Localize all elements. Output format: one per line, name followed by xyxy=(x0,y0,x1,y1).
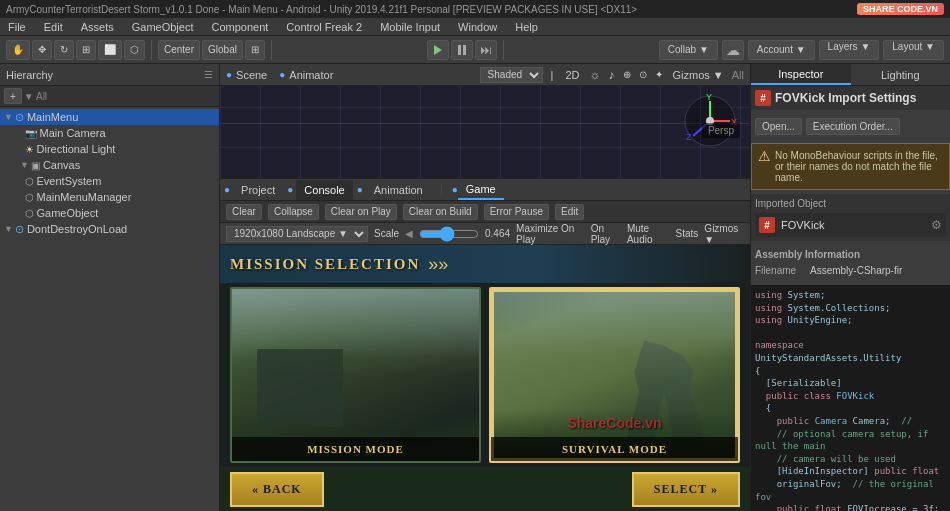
layout-btn[interactable]: Layout ▼ xyxy=(883,40,944,60)
hierarchy-all-label: ▼ All xyxy=(24,91,47,102)
cloud-btn[interactable]: ☁ xyxy=(722,40,744,60)
gizmos-btn[interactable]: Gizmos ▼ xyxy=(669,69,728,81)
eventsys-arrow xyxy=(20,176,23,186)
audio-toggle-icon[interactable]: ♪ xyxy=(609,68,615,82)
imported-object-row: # FOVKick ⚙ xyxy=(755,213,946,237)
maincam-arrow xyxy=(20,128,23,138)
assembly-filename-val: Assembly-CSharp-fir xyxy=(810,265,902,276)
menu-gameobject[interactable]: GameObject xyxy=(128,21,198,33)
custom-btn[interactable]: ⊞ xyxy=(245,40,265,60)
select-btn[interactable]: Select » xyxy=(632,472,740,507)
back-btn[interactable]: « Back xyxy=(230,472,324,507)
center-btn[interactable]: Center xyxy=(158,40,200,60)
layers-btn[interactable]: Layers ▼ xyxy=(819,40,880,60)
watermark-text: ShareCode.vn xyxy=(567,415,661,431)
code-line-7: [Serializable] xyxy=(755,377,946,390)
step-btn[interactable]: ⏭ xyxy=(475,40,497,60)
game-gizmos-btn[interactable]: Gizmos ▼ xyxy=(704,223,744,245)
hierarchy-item-maincamera[interactable]: 📷 Main Camera xyxy=(0,125,219,141)
shaded-select[interactable]: Shaded xyxy=(480,67,543,83)
menu-help[interactable]: Help xyxy=(511,21,542,33)
effects-toggle-icon[interactable]: ⊕ xyxy=(623,69,631,80)
hierarchy-item-eventsystem[interactable]: ⬡ EventSystem xyxy=(0,173,219,189)
mainmenu-arrow: ▼ xyxy=(4,112,13,122)
tab-animation[interactable]: Animation xyxy=(366,180,431,200)
fx-toggle-icon[interactable]: ✦ xyxy=(655,69,663,80)
light-toggle-icon[interactable]: ☼ xyxy=(590,68,601,82)
execution-order-btn[interactable]: Execution Order... xyxy=(806,118,900,135)
code-line-4 xyxy=(755,327,946,340)
menu-component[interactable]: Component xyxy=(207,21,272,33)
clear-btn[interactable]: Clear xyxy=(226,204,262,220)
clear-on-play-btn[interactable]: Clear on Play xyxy=(325,204,397,220)
hierarchy-panel-header[interactable]: Hierarchy ☰ xyxy=(0,64,219,86)
mmmanager-icon: ⬡ xyxy=(25,192,34,203)
mainmenu-scene-icon: ⊙ xyxy=(15,111,24,124)
tab-console[interactable]: Console xyxy=(296,180,352,200)
error-pause-btn[interactable]: Error Pause xyxy=(484,204,549,220)
console-dot-icon: ● xyxy=(287,184,293,195)
inspector-panel: Inspector Lighting # FOVKick Import Sett… xyxy=(750,64,950,511)
transform-tool-btn[interactable]: ⬡ xyxy=(124,40,145,60)
scale-value: 0.464 xyxy=(485,228,510,239)
card2-label: Survival Mode xyxy=(491,437,738,461)
hierarchy-item-gameobject[interactable]: ⬡ GameObject xyxy=(0,205,219,221)
scale-slider[interactable] xyxy=(419,226,479,242)
skybox-toggle-icon[interactable]: ⊙ xyxy=(639,69,647,80)
hierarchy-item-directionallight[interactable]: ☀ Directional Light xyxy=(0,141,219,157)
mission-arrows-right2: » xyxy=(438,254,448,275)
scene-tab[interactable]: Scene xyxy=(236,69,267,81)
collab-btn[interactable]: Collab ▼ xyxy=(659,40,718,60)
rotate-tool-btn[interactable]: ↻ xyxy=(54,40,74,60)
title-text: ArmyCounterTerroristDesert Storm_v1.0.1 … xyxy=(6,4,637,15)
hierarchy-item-mainmenu[interactable]: ▼ ⊙ MainMenu xyxy=(0,109,219,125)
mission-card-2[interactable]: Survival Mode ShareCode.vn xyxy=(489,287,740,463)
clear-on-build-btn[interactable]: Clear on Build xyxy=(403,204,478,220)
scale-tool-btn[interactable]: ⊞ xyxy=(76,40,96,60)
scene-view-area: X Y Z Persp xyxy=(220,86,750,178)
pause-btn[interactable] xyxy=(451,40,473,60)
hierarchy-add-btn[interactable]: + xyxy=(4,88,22,104)
mission-card-1[interactable]: Mission Mode xyxy=(230,287,481,463)
mission-cards: Mission Mode Survival Mode ShareCode. xyxy=(230,287,740,463)
menu-window[interactable]: Window xyxy=(454,21,501,33)
menu-file[interactable]: File xyxy=(4,21,30,33)
menu-mobile-input[interactable]: Mobile Input xyxy=(376,21,444,33)
move-tool-btn[interactable]: ✥ xyxy=(32,40,52,60)
2d-btn[interactable]: 2D xyxy=(561,69,583,81)
menu-assets[interactable]: Assets xyxy=(77,21,118,33)
open-btn[interactable]: Open... xyxy=(755,118,802,135)
collapse-btn[interactable]: Collapse xyxy=(268,204,319,220)
animation-dot-icon: ● xyxy=(357,184,363,195)
account-btn[interactable]: Account ▼ xyxy=(748,40,815,60)
mmmanager-label: MainMenuManager xyxy=(37,191,132,203)
inspector-tab[interactable]: Inspector xyxy=(751,64,851,85)
lighting-tab[interactable]: Lighting xyxy=(851,64,951,85)
sharecode-logo: SHARE CODE.VN xyxy=(857,3,944,15)
hierarchy-item-mainmenumanager[interactable]: ⬡ MainMenuManager xyxy=(0,189,219,205)
global-btn[interactable]: Global xyxy=(202,40,243,60)
resolution-select[interactable]: 1920x1080 Landscape ▼ xyxy=(226,226,368,242)
edit-btn[interactable]: Edit xyxy=(555,204,584,220)
hand-tool-btn[interactable]: ✋ xyxy=(6,40,30,60)
canvas-icon: ▣ xyxy=(31,160,40,171)
maincam-icon: 📷 xyxy=(25,128,37,139)
tab-project[interactable]: Project xyxy=(233,180,283,200)
menu-control-freak[interactable]: Control Freak 2 xyxy=(282,21,366,33)
canvas-label: Canvas xyxy=(43,159,80,171)
card1-label: Mission Mode xyxy=(232,437,479,461)
animator-tab[interactable]: Animator xyxy=(289,69,333,81)
lower-toolbar: Clear Collapse Clear on Play Clear on Bu… xyxy=(220,201,750,223)
tab-game[interactable]: Game xyxy=(458,180,504,200)
hierarchy-item-dontdestroy[interactable]: ▼ ⊙ DontDestroyOnLoad xyxy=(0,221,219,237)
hierarchy-options-icon[interactable]: ☰ xyxy=(204,69,213,80)
menu-edit[interactable]: Edit xyxy=(40,21,67,33)
gear-settings-btn[interactable]: ⚙ xyxy=(931,218,942,232)
eventsys-icon: ⬡ xyxy=(25,176,34,187)
code-line-2: using System.Collections; xyxy=(755,302,946,315)
all-scene-label: All xyxy=(732,69,744,81)
hierarchy-item-canvas[interactable]: ▼ ▣ Canvas xyxy=(0,157,219,173)
scene-dot-icon: ● xyxy=(226,69,232,80)
play-btn[interactable] xyxy=(427,40,449,60)
rect-tool-btn[interactable]: ⬜ xyxy=(98,40,122,60)
